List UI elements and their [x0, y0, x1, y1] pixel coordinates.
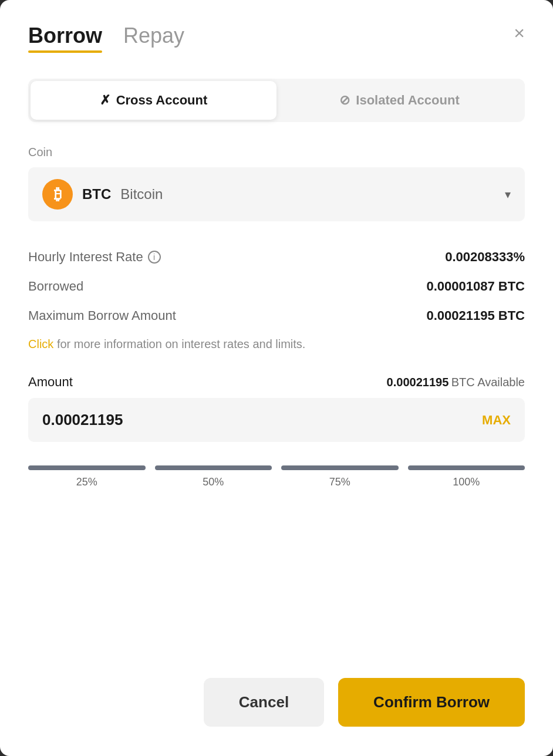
btc-icon: ₿ — [42, 179, 73, 210]
pct-25-bar[interactable] — [28, 465, 146, 470]
amount-section: Amount 0.00021195 BTC Available 0.000211… — [28, 374, 525, 465]
coin-symbol: BTC — [82, 186, 111, 203]
click-link[interactable]: Click — [28, 338, 53, 350]
pct-100: 100% — [408, 465, 525, 488]
hourly-rate-row: Hourly Interest Rate i 0.00208333% — [28, 249, 525, 265]
close-button[interactable]: × — [514, 23, 525, 42]
coin-full-name: Bitcoin — [120, 186, 163, 203]
pct-50-label: 50% — [203, 476, 224, 488]
borrow-modal: Borrow Repay × ✗ Cross Account ⊘ Isolate… — [0, 0, 553, 756]
borrowed-row: Borrowed 0.00001087 BTC — [28, 279, 525, 294]
tab-borrow[interactable]: Borrow — [28, 23, 102, 53]
cancel-button[interactable]: Cancel — [204, 678, 324, 727]
info-rows: Hourly Interest Rate i 0.00208333% Borro… — [28, 249, 525, 323]
borrowed-value: 0.00001087 BTC — [426, 279, 525, 294]
chevron-down-icon: ▾ — [505, 187, 511, 201]
max-borrow-row: Maximum Borrow Amount 0.00021195 BTC — [28, 308, 525, 323]
bottom-buttons: Cancel Confirm Borrow — [28, 678, 525, 727]
isolated-icon: ⊘ — [339, 93, 350, 108]
amount-label: Amount — [28, 374, 73, 390]
info-icon[interactable]: i — [148, 251, 161, 264]
amount-input[interactable]: 0.00021195 — [42, 411, 123, 429]
pct-100-bar[interactable] — [408, 465, 525, 470]
tab-repay[interactable]: Repay — [123, 23, 184, 53]
amount-header: Amount 0.00021195 BTC Available — [28, 374, 525, 390]
isolated-account-button[interactable]: ⊘ Isolated Account — [276, 81, 522, 120]
hourly-rate-value: 0.00208333% — [445, 249, 525, 265]
pct-25-label: 25% — [76, 476, 97, 488]
hourly-rate-label: Hourly Interest Rate i — [28, 249, 161, 265]
pct-100-label: 100% — [453, 476, 480, 488]
pct-75-bar[interactable] — [281, 465, 399, 470]
modal-header: Borrow Repay × — [28, 23, 525, 53]
pct-25: 25% — [28, 465, 146, 488]
available-amount: 0.00021195 — [387, 376, 449, 389]
confirm-borrow-button[interactable]: Confirm Borrow — [338, 678, 525, 727]
max-button[interactable]: MAX — [482, 413, 511, 428]
coin-dropdown[interactable]: ₿ BTC Bitcoin ▾ — [28, 167, 525, 221]
available-label: BTC Available — [451, 376, 525, 389]
percentage-row: 25% 50% 75% 100% — [28, 465, 525, 488]
coin-info: ₿ BTC Bitcoin — [42, 179, 163, 210]
click-info: Click for more information on interest r… — [28, 338, 525, 351]
cross-icon: ✗ — [100, 93, 110, 108]
cross-account-label: Cross Account — [116, 93, 208, 108]
amount-input-wrapper: 0.00021195 MAX — [28, 398, 525, 442]
cross-account-button[interactable]: ✗ Cross Account — [31, 81, 276, 120]
pct-75: 75% — [281, 465, 399, 488]
isolated-account-label: Isolated Account — [356, 93, 459, 108]
max-borrow-label: Maximum Borrow Amount — [28, 308, 176, 323]
pct-50: 50% — [155, 465, 272, 488]
available-info: 0.00021195 BTC Available — [387, 376, 525, 389]
borrowed-label: Borrowed — [28, 279, 83, 294]
pct-75-label: 75% — [329, 476, 350, 488]
pct-50-bar[interactable] — [155, 465, 272, 470]
coin-label: Coin — [28, 146, 525, 159]
coin-section: Coin ₿ BTC Bitcoin ▾ — [28, 146, 525, 249]
click-info-text: for more information on interest rates a… — [57, 338, 306, 350]
max-borrow-value: 0.00021195 BTC — [426, 308, 525, 323]
account-selector: ✗ Cross Account ⊘ Isolated Account — [28, 79, 525, 122]
